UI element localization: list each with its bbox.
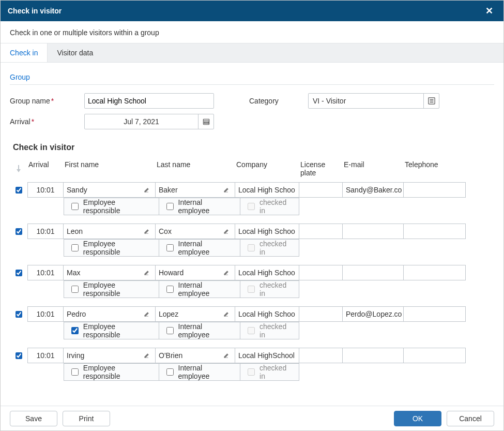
cell-company[interactable]: Local High Schoo xyxy=(235,224,299,239)
internal-employee-checkbox[interactable]: Internal employee xyxy=(159,281,241,298)
divider xyxy=(10,84,494,85)
svg-rect-17 xyxy=(145,275,149,275)
cell-first-name[interactable]: Irving xyxy=(64,348,156,363)
cell-last-name[interactable]: Lopez xyxy=(156,306,235,322)
internal-employee-checkbox[interactable]: Internal employee xyxy=(159,322,241,339)
tab-visitor-data[interactable]: Visitor data xyxy=(48,43,102,62)
row-select-checkbox[interactable] xyxy=(16,311,22,318)
employee-responsible-checkbox[interactable]: Employee responsible xyxy=(64,281,159,298)
checked-in-checkbox[interactable]: checked in xyxy=(240,198,299,215)
cell-license-plate[interactable] xyxy=(299,306,343,322)
close-icon[interactable]: ✕ xyxy=(482,3,496,19)
cell-telephone[interactable] xyxy=(404,306,466,322)
col-company[interactable]: Company xyxy=(235,158,299,179)
row-subpanel: Employee responsible Internal employee c… xyxy=(64,239,299,257)
employee-responsible-checkbox[interactable]: Employee responsible xyxy=(64,322,159,339)
cell-arrival[interactable]: 10:01 xyxy=(27,265,64,280)
save-button[interactable]: Save xyxy=(10,411,57,426)
checked-in-checkbox[interactable]: checked in xyxy=(240,281,299,298)
employee-responsible-checkbox[interactable]: Employee responsible xyxy=(64,364,159,380)
row-subpanel: Employee responsible Internal employee c… xyxy=(64,322,299,339)
cell-last-name[interactable]: Howard xyxy=(156,265,235,280)
cell-license-plate[interactable] xyxy=(299,224,343,239)
edit-icon[interactable] xyxy=(221,352,232,359)
row-select-checkbox[interactable] xyxy=(16,187,22,194)
cell-email[interactable] xyxy=(343,224,404,239)
cell-last-name[interactable]: Baker xyxy=(156,182,235,198)
cell-email[interactable] xyxy=(343,265,404,280)
edit-icon[interactable] xyxy=(142,352,152,359)
edit-icon[interactable] xyxy=(221,228,232,234)
edit-icon[interactable] xyxy=(221,187,232,193)
cell-first-name[interactable]: Leon xyxy=(64,224,156,239)
cell-license-plate[interactable] xyxy=(299,182,343,198)
section-group-title: Group xyxy=(10,73,494,81)
cell-first-name[interactable]: Pedro xyxy=(64,306,156,322)
cell-arrival[interactable]: 10:01 xyxy=(27,348,64,363)
arrival-date-input[interactable]: Jul 7, 2021 xyxy=(84,114,214,129)
section-checkin-title: Check in visitor xyxy=(13,143,494,152)
category-value: VI - Visitor xyxy=(309,97,423,105)
col-email[interactable]: E-mail xyxy=(343,158,404,179)
cell-arrival[interactable]: 10:01 xyxy=(27,306,64,322)
cell-arrival[interactable]: 10:01 xyxy=(27,224,64,239)
cell-email[interactable] xyxy=(343,348,404,363)
col-first-name[interactable]: First name xyxy=(64,158,156,179)
edit-icon[interactable] xyxy=(142,228,152,234)
cell-telephone[interactable] xyxy=(404,348,466,363)
cell-first-name[interactable]: Max xyxy=(64,265,156,280)
svg-rect-15 xyxy=(145,233,149,234)
ok-button[interactable]: OK xyxy=(394,411,441,426)
cell-arrival[interactable]: 10:01 xyxy=(27,182,64,198)
checked-in-checkbox[interactable]: checked in xyxy=(240,322,299,339)
internal-employee-checkbox[interactable]: Internal employee xyxy=(159,240,241,256)
employee-responsible-checkbox[interactable]: Employee responsible xyxy=(64,240,159,256)
edit-icon[interactable] xyxy=(221,270,232,276)
cell-company[interactable]: Local High Schoo xyxy=(235,182,299,198)
cell-last-name[interactable]: O'Brien xyxy=(156,348,235,363)
svg-rect-20 xyxy=(224,316,228,317)
employee-responsible-checkbox[interactable]: Employee responsible xyxy=(64,198,159,215)
cell-email[interactable]: Sandy@Baker.co xyxy=(343,182,404,198)
cell-first-name[interactable]: Sandy xyxy=(64,182,156,198)
cell-company[interactable]: Local High Schoo xyxy=(235,306,299,322)
svg-rect-21 xyxy=(145,358,149,358)
cell-company[interactable]: Local High Schoo xyxy=(235,265,299,280)
cell-last-name[interactable]: Cox xyxy=(156,224,235,239)
row-select-checkbox[interactable] xyxy=(16,228,22,235)
row-subpanel: Employee responsible Internal employee c… xyxy=(64,363,299,381)
table-row: 10:01IrvingO'BrienLocal HighSchool Emplo… xyxy=(10,348,494,381)
col-license-plate[interactable]: License plate xyxy=(299,158,343,179)
row-select-checkbox[interactable] xyxy=(16,352,22,359)
cell-telephone[interactable] xyxy=(404,224,466,239)
checked-in-checkbox[interactable]: checked in xyxy=(240,240,299,256)
edit-icon[interactable] xyxy=(142,270,152,276)
tab-check-in[interactable]: Check in xyxy=(1,43,48,62)
cell-license-plate[interactable] xyxy=(299,348,343,363)
grid-header: Arrival First name Last name Company Lic… xyxy=(10,155,494,182)
calendar-icon[interactable] xyxy=(198,114,213,129)
checked-in-checkbox[interactable]: checked in xyxy=(240,364,299,380)
cell-company[interactable]: Local HighSchool xyxy=(235,348,299,363)
list-icon[interactable] xyxy=(423,94,439,108)
col-telephone[interactable]: Telephone xyxy=(404,158,466,179)
cell-email[interactable]: Perdo@Lopez.co xyxy=(343,306,404,322)
print-button[interactable]: Print xyxy=(63,411,110,426)
cell-telephone[interactable] xyxy=(404,265,466,280)
internal-employee-checkbox[interactable]: Internal employee xyxy=(159,198,241,215)
internal-employee-checkbox[interactable]: Internal employee xyxy=(159,364,241,380)
edit-icon[interactable] xyxy=(142,311,152,317)
cancel-button[interactable]: Cancel xyxy=(447,411,494,426)
category-combo[interactable]: VI - Visitor xyxy=(308,93,439,109)
table-row: 10:01SandyBakerLocal High SchooSandy@Bak… xyxy=(10,182,494,215)
col-arrival[interactable]: Arrival xyxy=(27,158,64,179)
category-label: Category xyxy=(249,97,301,105)
cell-license-plate[interactable] xyxy=(299,265,343,280)
cell-telephone[interactable] xyxy=(404,182,466,198)
group-name-input[interactable] xyxy=(84,93,214,109)
col-last-name[interactable]: Last name xyxy=(156,158,235,179)
row-select-checkbox[interactable] xyxy=(16,270,22,276)
edit-icon[interactable] xyxy=(221,311,232,317)
sort-indicator-icon[interactable] xyxy=(10,158,27,179)
edit-icon[interactable] xyxy=(142,187,152,193)
